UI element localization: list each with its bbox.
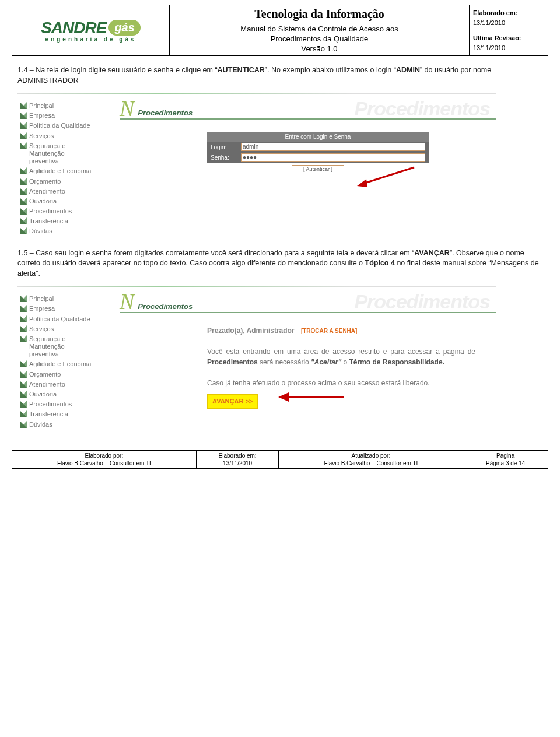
sidebar-item-label: Agilidade e Economia: [29, 360, 91, 368]
chevron-icon: [20, 227, 27, 234]
welcome-paragraph: Você está entrando em uma área de acesso…: [207, 346, 475, 367]
sidebar-item-label: Agilidade e Economia: [29, 167, 91, 175]
login-panel: Entre com Login e Senha Login: admin Sen…: [207, 132, 429, 173]
svg-marker-51: [278, 392, 289, 402]
avancar-button[interactable]: AVANÇAR >>: [207, 394, 258, 409]
sidebar-item[interactable]: Segurança e Manutenção preventiva: [20, 141, 120, 167]
chevron-icon: [20, 421, 27, 428]
chevron-icon: [20, 371, 27, 378]
doc-footer: Elaborado por: Flavio B.Carvalho – Consu…: [12, 450, 548, 469]
sidebar-item[interactable]: Ouvidoria: [20, 389, 120, 399]
sidebar-item[interactable]: Ouvidoria: [20, 196, 120, 206]
sidebar-item[interactable]: Atendimento: [20, 380, 120, 389]
sidebar-item-label: Atendimento: [29, 381, 65, 388]
sidebar-item-label: Segurança e Manutenção preventiva: [29, 142, 65, 166]
chevron-icon: [20, 360, 27, 367]
screenshot-welcome: PrincipalEmpresaPolítica da QualidadeSer…: [18, 286, 496, 438]
chevron-icon: [20, 122, 27, 129]
proc-ghost-text: Procedimentos: [354, 97, 490, 120]
chevron-icon: [20, 208, 27, 215]
footer-elab-em: Elaborado em: 13/11/2010: [196, 451, 279, 469]
sidebar-item[interactable]: Principal: [20, 101, 120, 111]
sidebar-item[interactable]: Agilidade e Economia: [20, 166, 120, 176]
sidebar-item-label: Procedimentos: [29, 401, 72, 408]
doc-header: SANDRE gás engenharia de gás Tecnologia …: [12, 5, 548, 56]
sidebar-item[interactable]: Segurança e Manutenção preventiva: [20, 334, 120, 360]
sidebar-item[interactable]: Procedimentos: [20, 399, 120, 409]
login-label: Login:: [211, 144, 237, 150]
sidebar-menu: PrincipalEmpresaPolítica da QualidadeSer…: [18, 293, 120, 438]
sidebar-item-label: Principal: [29, 295, 54, 303]
sidebar-item[interactable]: Orçamento: [20, 177, 120, 187]
sidebar-item[interactable]: Transferência: [20, 409, 120, 419]
proc-ghost-text: Procedimentos: [354, 290, 490, 313]
doc-title: Tecnologia da Informação: [173, 8, 466, 21]
sidebar-item[interactable]: Empresa: [20, 111, 120, 121]
sidebar-item-label: Transferência: [29, 410, 68, 418]
sidebar-item-label: Política da Qualidade: [29, 315, 90, 323]
login-panel-title: Entre com Login e Senha: [207, 132, 429, 142]
autenticar-button[interactable]: [ Autenticar ]: [292, 165, 344, 173]
sidebar-item[interactable]: Serviços: [20, 131, 120, 141]
sidebar-item[interactable]: Empresa: [20, 304, 120, 314]
title-cell: Tecnologia da Informação Manual do Siste…: [170, 5, 470, 56]
svg-line-24: [363, 167, 414, 184]
sidebar-item[interactable]: Transferência: [20, 216, 120, 226]
procedimentos-heading: N Procedimentos Procedimentos: [120, 293, 496, 313]
chevron-icon: [20, 381, 27, 388]
sidebar-item[interactable]: Procedimentos: [20, 206, 120, 216]
sidebar-item-label: Procedimentos: [29, 208, 72, 215]
chevron-icon: [20, 335, 27, 342]
chevron-icon: [20, 132, 27, 139]
revision-cell: Elaborado em: 13/11/2010 Ultima Revisão:…: [470, 5, 548, 56]
elaborado-label: Elaborado em:: [473, 9, 517, 16]
footer-atualizado: Atualizado por: Flavio B.Carvalho – Cons…: [279, 451, 463, 469]
sidebar-item-label: Ouvidoria: [29, 391, 57, 398]
logo-text: SANDRE: [41, 19, 106, 37]
doc-version: Versão 1.0: [173, 44, 466, 53]
chevron-icon: [20, 102, 27, 109]
chevron-icon: [20, 142, 27, 149]
senha-input[interactable]: ●●●●: [241, 153, 425, 162]
sidebar-item[interactable]: Política da Qualidade: [20, 314, 120, 324]
proc-n-icon: N: [120, 100, 134, 117]
sidebar-item-label: Ouvidoria: [29, 198, 57, 205]
chevron-icon: [20, 295, 27, 302]
elaborado-date: 13/11/2010: [473, 18, 544, 28]
sidebar-item-label: Política da Qualidade: [29, 122, 90, 129]
instruction-1-5: 1.5 – Caso seu login e senha forem digit…: [18, 248, 542, 279]
annotation-arrow-icon: [277, 390, 347, 408]
sidebar-item[interactable]: Atendimento: [20, 187, 120, 196]
sidebar-item[interactable]: Dúvidas: [20, 226, 120, 236]
sidebar-item-label: Principal: [29, 102, 54, 110]
doc-subtitle-2: Procedimentos da Qualidade: [173, 34, 466, 43]
sidebar-item[interactable]: Serviços: [20, 324, 120, 334]
chevron-icon: [20, 167, 27, 174]
sidebar-item[interactable]: Agilidade e Economia: [20, 359, 120, 369]
chevron-icon: [20, 325, 27, 332]
sidebar-item[interactable]: Dúvidas: [20, 420, 120, 430]
chevron-icon: [20, 217, 27, 224]
sidebar-item-label: Dúvidas: [29, 227, 52, 235]
sidebar-item[interactable]: Orçamento: [20, 370, 120, 380]
greeting-text: Prezado(a), Administrador: [207, 327, 295, 335]
revisao-date: 13/11/2010: [473, 43, 544, 53]
svg-marker-25: [357, 179, 368, 187]
annotation-arrow-icon: [356, 166, 420, 194]
welcome-paragraph-2: Caso já tenha efetuado o processo acima …: [207, 378, 475, 388]
chevron-icon: [20, 178, 27, 185]
chevron-icon: [20, 391, 27, 398]
sidebar-item-label: Transferência: [29, 217, 68, 225]
sidebar-item-label: Serviços: [29, 325, 54, 333]
chevron-icon: [20, 188, 27, 195]
login-input[interactable]: admin: [241, 143, 425, 151]
sidebar-item[interactable]: Política da Qualidade: [20, 121, 120, 131]
proc-n-icon: N: [120, 293, 134, 310]
doc-subtitle-1: Manual do Sistema de Controle de Acesso …: [173, 24, 466, 33]
footer-elab-por: Elaborado por: Flavio B.Carvalho – Consu…: [12, 451, 197, 469]
chevron-icon: [20, 305, 27, 312]
instruction-1-4: 1.4 – Na tela de login digite seu usuári…: [18, 65, 542, 86]
sidebar-item[interactable]: Principal: [20, 294, 120, 304]
sidebar-item-label: Segurança e Manutenção preventiva: [29, 335, 65, 359]
change-password-link[interactable]: [TROCAR A SENHA]: [301, 328, 357, 334]
